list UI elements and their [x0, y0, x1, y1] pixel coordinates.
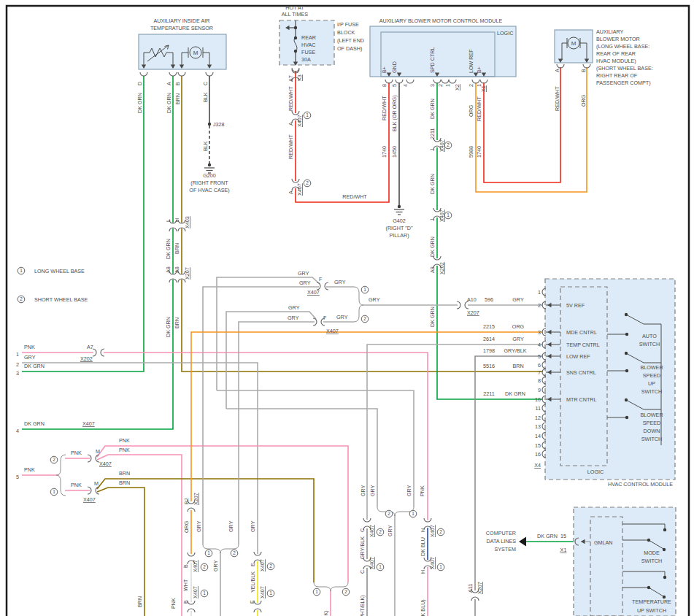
left-arrow-icon: [519, 537, 526, 547]
wire-label: TEMP CNTRL: [566, 342, 600, 348]
wire-label: X407: [192, 560, 198, 572]
wire-label: F: [323, 315, 327, 321]
wire-label: B: [182, 600, 189, 604]
bplus-motor-red: [484, 67, 560, 182]
wire-label: A: [554, 69, 560, 72]
junction-dot: [208, 123, 211, 126]
row3-dkgrn-sensor-d: [22, 76, 144, 371]
circled-number-text: 2: [233, 550, 236, 555]
wire-label: 30A: [301, 56, 311, 63]
wire-label: REAR: [301, 34, 316, 41]
wire-label: GRY: [228, 520, 234, 532]
wire-label: (RIGHT FRONT: [190, 180, 228, 186]
wire-label: RED/WHT: [288, 86, 294, 111]
wire-label: GRY: [196, 520, 202, 532]
wire-label: (WHT/BLK): [359, 595, 366, 616]
wire-label: X407: [83, 496, 96, 503]
wire-label: A8: [429, 266, 436, 273]
wire-label: RED/WHT: [381, 96, 388, 120]
wire-label: 5: [16, 474, 19, 480]
junction-dot: [647, 539, 650, 542]
wire-label: DK GRN: [505, 390, 525, 397]
wire-label: X207: [477, 582, 483, 594]
connector-symbol: [406, 80, 414, 83]
wire-label: RED/WHT: [342, 193, 367, 200]
wire-label: A8: [165, 266, 171, 273]
junction-dot: [208, 163, 211, 166]
wire-label: X1: [560, 547, 567, 553]
wire-label: GRY: [24, 354, 36, 361]
wire-label: LOGIC: [587, 469, 604, 475]
wire-label: 8: [538, 377, 541, 384]
wire-label: PNK: [119, 447, 130, 453]
wire-label: 1740: [381, 146, 388, 158]
wire-label: GRY: [334, 279, 346, 285]
circled-number-text: 1: [447, 212, 450, 217]
wire-label: ORG: [468, 104, 474, 117]
wire-label: DK BLU: [420, 537, 426, 556]
wire-label: 15: [535, 442, 541, 449]
wire-label: SPEED: [643, 420, 660, 426]
wire-label: A11: [467, 584, 474, 593]
junction-dot: [663, 528, 666, 531]
wire-label: AUXILIARY: [596, 28, 624, 35]
junction-dot: [625, 369, 628, 372]
wire-label: X407: [439, 139, 445, 152]
wire-label: BRN: [174, 243, 180, 254]
wire-label: 5: [391, 84, 398, 87]
wire-label: BRN: [119, 480, 130, 486]
wire-label: PNK: [71, 482, 82, 488]
wire-label: MDE CNTRL: [566, 329, 597, 336]
circled-number-text: 1: [363, 287, 366, 292]
wire-label: 5V REF: [566, 302, 585, 309]
wire-label: 4: [538, 342, 541, 348]
circled-number-text: 2: [20, 296, 23, 301]
wire-label: DK GRN: [429, 236, 436, 257]
junction-dot: [625, 352, 628, 355]
wire-label: TEMPERATURE: [632, 598, 671, 605]
wire-label: UP SWITCH: [637, 607, 666, 614]
wire-label: 1740: [476, 146, 482, 158]
wire-label: 13: [535, 423, 541, 430]
wire-label: 2: [16, 361, 19, 368]
wire-label: SHORT WHEEL BASE: [34, 296, 88, 303]
wire-label: 5988: [468, 146, 474, 158]
wire-label: BRN: [512, 363, 523, 369]
connector-symbol: [206, 72, 213, 76]
f1-left-low: [203, 287, 319, 544]
wire-label: BRN: [174, 317, 180, 328]
wire-label: COMPUTER: [486, 530, 516, 536]
blower-motor-symbol-label: M: [571, 40, 577, 47]
circled-number-text: 1: [207, 550, 210, 555]
circled-number-text: 1: [439, 564, 442, 569]
wire-label: B: [580, 69, 587, 72]
wire-label: DOWN: [644, 428, 660, 434]
circled-number-text: 1: [20, 268, 23, 273]
wire-label: X207: [467, 309, 479, 316]
junction-dot: [663, 548, 666, 551]
connector-symbol: [93, 349, 104, 356]
wire-label: X407: [369, 525, 375, 537]
wire-label: 1: [16, 351, 19, 358]
wiring-diagram-page: MM121221122121212112211221AUXILIARY INSI…: [0, 0, 694, 616]
wire-label: (LONG WHEEL BASE:: [596, 43, 649, 50]
wire-label: MODE: [644, 550, 660, 556]
f2-left-up: [226, 312, 316, 409]
wire-label: SNS CNTRL: [566, 369, 596, 376]
circled-number-text: 1: [306, 112, 309, 118]
wire-label: UP: [648, 380, 655, 387]
wire-label: LONG WHEEL BASE: [34, 268, 85, 274]
junction-dot: [625, 313, 628, 316]
f1-left-up: [217, 277, 320, 390]
wire-label: A7: [288, 75, 294, 82]
wire-label: D: [136, 82, 143, 85]
connector-symbol: [449, 80, 456, 83]
wire-label: OF HVAC CASE): [189, 187, 229, 193]
wire-label: BLOWER MOTOR: [596, 36, 640, 42]
circled-number-text: 2: [53, 457, 55, 462]
wire-label: BLOWER: [640, 412, 663, 418]
wire-label: GRY: [288, 304, 300, 311]
wire-label: TEMPERATURE SENSOR: [150, 25, 213, 31]
wire-label: HOT AT: [285, 4, 304, 11]
wire-label: SYSTEM: [494, 546, 516, 553]
